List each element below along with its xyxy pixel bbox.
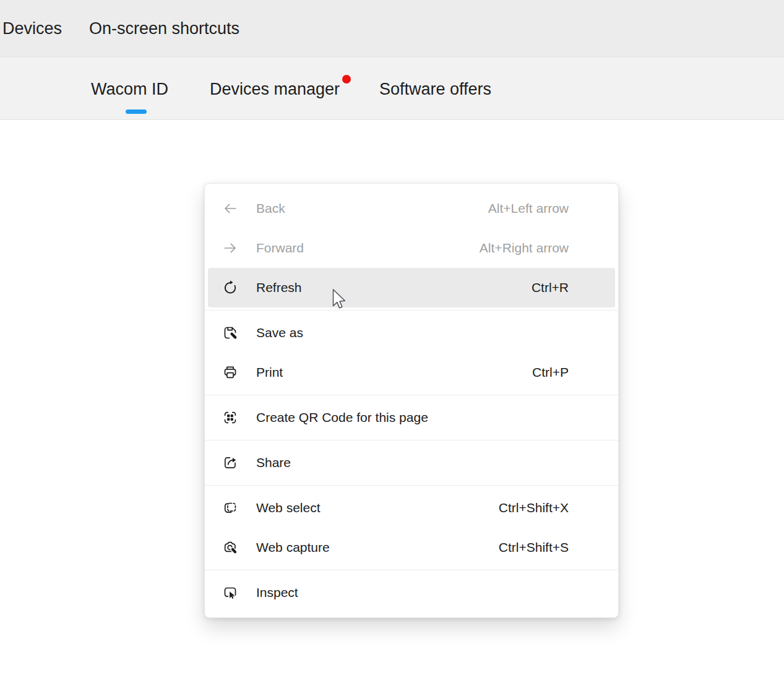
menu-item-web-select[interactable]: Web selectCtrl+Shift+X [208,488,615,528]
menu-item-forward: ForwardAlt+Right arrow [208,228,615,268]
forward-icon [222,240,238,256]
menu-item-label: Save as [256,325,303,340]
menu-item-shortcut: Alt+Right arrow [480,241,569,255]
menu-item-shortcut: Alt+Left arrow [488,201,569,216]
menu-item-print[interactable]: PrintCtrl+P [208,353,615,392]
save-as-icon [222,325,238,341]
menu-item-web-capture[interactable]: Web captureCtrl+Shift+S [208,528,615,567]
back-icon [222,200,238,217]
menu-item-share[interactable]: Share [208,443,615,483]
inspect-icon [222,585,238,601]
menu-item-shortcut: Ctrl+R [532,280,569,295]
menu-item-label: Inspect [256,585,298,600]
sub-nav: Wacom ID Devices manager Software offers [0,58,784,120]
menu-item-label: Forward [256,241,304,255]
menu-separator [205,570,618,570]
app-window: Devices On-screen shortcuts Wacom ID Dev… [0,0,784,678]
qr-code-icon [222,410,238,426]
menu-separator [205,395,618,395]
context-menu: BackAlt+Left arrowForwardAlt+Right arrow… [204,183,619,618]
top-nav: Devices On-screen shortcuts [0,0,784,58]
tab-devices-manager[interactable]: Devices manager [210,58,340,120]
web-select-icon [222,500,238,516]
nav-item-devices[interactable]: Devices [2,0,62,57]
web-capture-icon [222,539,238,556]
tab-label: Devices manager [210,80,340,99]
tab-software-offers[interactable]: Software offers [379,58,491,120]
active-tab-indicator [126,109,147,114]
refresh-icon [222,280,238,296]
menu-item-label: Web capture [256,540,330,555]
menu-separator [205,485,618,486]
menu-separator [205,440,618,440]
menu-separator [205,310,618,311]
menu-item-label: Web select [256,500,321,515]
notification-dot [342,75,351,84]
menu-item-refresh[interactable]: RefreshCtrl+R [208,268,615,307]
mouse-cursor [332,289,346,310]
menu-item-shortcut: Ctrl+Shift+S [499,540,569,555]
menu-item-label: Create QR Code for this page [256,410,428,425]
menu-item-inspect[interactable]: Inspect [208,573,615,612]
menu-item-label: Back [256,201,285,216]
nav-item-on-screen-shortcuts[interactable]: On-screen shortcuts [89,0,239,57]
menu-item-create-qr-code-for-this-page[interactable]: Create QR Code for this page [208,398,615,437]
tab-label: Wacom ID [91,80,168,99]
menu-item-save-as[interactable]: Save as [208,313,615,353]
tab-label: Software offers [379,80,491,99]
menu-item-shortcut: Ctrl+Shift+X [499,500,569,515]
menu-item-label: Print [256,365,283,380]
menu-item-label: Refresh [256,280,302,295]
share-icon [222,455,238,471]
print-icon [222,364,238,380]
menu-item-back: BackAlt+Left arrow [208,189,615,228]
menu-item-shortcut: Ctrl+P [532,365,569,380]
menu-item-label: Share [256,455,291,470]
